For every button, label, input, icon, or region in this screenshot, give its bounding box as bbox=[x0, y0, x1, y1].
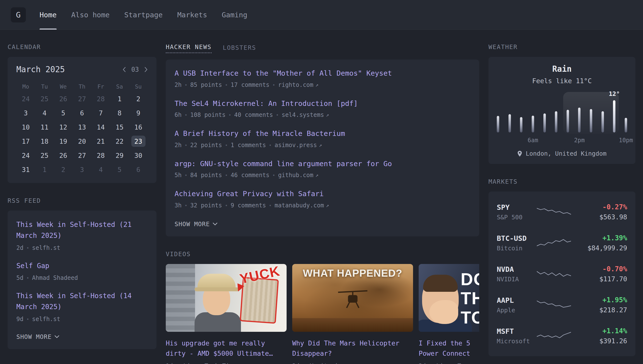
weather-location: London, United Kingdom bbox=[497, 150, 627, 157]
external-link-icon: ↗ bbox=[319, 142, 322, 148]
video-thumbnail[interactable]: DOTHTO bbox=[419, 264, 479, 332]
calendar-day: 3 bbox=[75, 164, 89, 175]
source-link[interactable]: righto.com bbox=[278, 82, 313, 88]
videos-section-title: VIDEOS bbox=[166, 250, 479, 258]
article-meta: 2h•22 points•1 comments•asimov.press↗ bbox=[175, 142, 470, 148]
news-show-more-button[interactable]: SHOW MORE bbox=[175, 220, 218, 228]
calendar-day: 24 bbox=[19, 93, 33, 104]
video-title-line: Why Did The Mars Helicopter bbox=[292, 338, 413, 348]
app-logo[interactable]: G bbox=[11, 7, 26, 22]
rss-item-title[interactable]: Self Gap bbox=[16, 262, 49, 270]
calendar-day: 29 bbox=[113, 150, 127, 161]
video-thumbnail[interactable]: YUCK bbox=[166, 264, 287, 332]
rss-item-title[interactable]: This Week in Self-Hosted (21 March 2025) bbox=[16, 220, 132, 240]
meta-text: 9 comments bbox=[231, 202, 266, 209]
dot-separator-icon: • bbox=[269, 142, 271, 148]
news-tab-hacker-news[interactable]: HACKER NEWS bbox=[166, 44, 212, 53]
news-article: The SeL4 Microkernel: An Introduction [p… bbox=[175, 98, 470, 118]
market-labels: BTC-USDBitcoin bbox=[497, 234, 537, 252]
weather-peak-temp: 12° bbox=[609, 90, 620, 97]
calendar-day: 30 bbox=[131, 150, 146, 161]
video-title-line: I Fixed the 5 bbox=[419, 338, 479, 348]
rss-show-more-button[interactable]: SHOW MORE bbox=[16, 333, 59, 340]
article-title[interactable]: argp: GNU-style command line argument pa… bbox=[175, 159, 392, 169]
news-article: argp: GNU-style command line argument pa… bbox=[175, 159, 470, 179]
nav-tab-startpage[interactable]: Startpage bbox=[124, 0, 163, 30]
weather-bar bbox=[566, 110, 569, 132]
article-title[interactable]: A Brief History of the Miracle Bacterium bbox=[175, 128, 345, 138]
calendar-day: 24 bbox=[19, 150, 33, 161]
market-values: +1.39%$84,999.29 bbox=[581, 234, 627, 252]
calendar-day: 5 bbox=[113, 164, 127, 175]
source-link[interactable]: asimov.press bbox=[275, 142, 317, 148]
hand-art bbox=[429, 300, 458, 324]
calendar-prev-button[interactable] bbox=[123, 67, 126, 72]
video-meta: 2d • Veritasium bbox=[292, 362, 413, 364]
source-link[interactable]: github.com bbox=[278, 172, 313, 178]
calendar-day: 22 bbox=[113, 136, 127, 147]
source-link[interactable]: sel4.systems bbox=[282, 112, 324, 118]
weather-bar bbox=[532, 116, 534, 132]
meta-text: 40 comments bbox=[234, 112, 273, 118]
weather-time-label: 6am bbox=[527, 137, 538, 144]
meta-text: 32 points bbox=[190, 202, 222, 209]
market-sparkline bbox=[537, 267, 571, 281]
calendar-day: 25 bbox=[37, 93, 52, 104]
meta-text: 17 comments bbox=[231, 82, 270, 88]
article-title[interactable]: The SeL4 Microkernel: An Introduction [p… bbox=[175, 98, 358, 108]
hard-hat-brim-art bbox=[195, 288, 239, 291]
video-meta: 1d • Linus Tech Tips bbox=[166, 362, 287, 364]
weather-time-label: 10pm bbox=[619, 137, 633, 144]
overlay-line: DO bbox=[461, 270, 479, 289]
nav-tab-markets[interactable]: Markets bbox=[177, 0, 207, 30]
markets-widget: SPYS&P 500-0.27%$563.98BTC-USDBitcoin+1.… bbox=[488, 192, 635, 356]
market-symbol: NVDA bbox=[497, 265, 537, 274]
meta-text: 2d bbox=[16, 244, 24, 251]
calendar-widget: March 2025 03 MoTuWeThFrSaSu 24252627281… bbox=[8, 57, 157, 183]
weather-feels-like: Feels like 11°C bbox=[497, 77, 627, 85]
video-thumbnail[interactable]: WHAT HAPPENED? bbox=[292, 264, 413, 332]
market-values: +1.14%$391.26 bbox=[581, 327, 627, 345]
dot-separator-icon: • bbox=[26, 316, 29, 322]
article-title[interactable]: Achieving Great Privacy with Safari bbox=[175, 189, 324, 199]
market-labels: SPYS&P 500 bbox=[497, 203, 537, 221]
market-sparkline bbox=[537, 205, 571, 219]
market-name: Microsoft bbox=[497, 338, 537, 345]
nav-tab-gaming[interactable]: Gaming bbox=[222, 0, 247, 30]
calendar-day: 7 bbox=[94, 107, 108, 118]
rss-item-title[interactable]: This Week in Self-Hosted (14 March 2025) bbox=[16, 292, 132, 311]
dot-separator-icon: • bbox=[225, 82, 228, 88]
market-row-nvda[interactable]: NVDANVIDIA-0.70%$117.70 bbox=[497, 258, 627, 289]
market-row-aapl[interactable]: AAPLApple+1.95%$218.27 bbox=[497, 289, 627, 320]
video-title[interactable]: I Fixed the 5Power Connect bbox=[419, 338, 479, 359]
weekday-label: We bbox=[54, 84, 73, 90]
article-meta: 6h•108 points•40 comments•sel4.systems↗ bbox=[175, 112, 470, 118]
calendar-day: 15 bbox=[113, 122, 127, 133]
market-labels: AAPLApple bbox=[497, 296, 537, 314]
rss-item: This Week in Self-Hosted (21 March 2025)… bbox=[16, 219, 148, 251]
market-row-msft[interactable]: MSFTMicrosoft+1.14%$391.26 bbox=[497, 320, 627, 351]
source-link[interactable]: matanabudy.com bbox=[275, 202, 324, 209]
calendar-next-button[interactable] bbox=[144, 67, 148, 72]
middle-column: HACKER NEWSLOBSTERS A USB Interface to t… bbox=[166, 44, 479, 364]
news-tab-lobsters[interactable]: LOBSTERS bbox=[223, 44, 256, 53]
news-article: A Brief History of the Miracle Bacterium… bbox=[175, 128, 470, 148]
market-change: +1.95% bbox=[581, 296, 627, 304]
market-row-spy[interactable]: SPYS&P 500-0.27%$563.98 bbox=[497, 196, 627, 228]
chevron-down-icon bbox=[55, 335, 59, 338]
market-row-btc-usd[interactable]: BTC-USDBitcoin+1.39%$84,999.29 bbox=[497, 228, 627, 258]
show-more-label: SHOW MORE bbox=[16, 333, 52, 340]
market-price: $391.26 bbox=[581, 337, 627, 345]
meta-text: 85 points bbox=[190, 82, 222, 88]
external-link-icon: ↗ bbox=[326, 202, 329, 208]
meta-text: 2h bbox=[175, 142, 182, 148]
video-title[interactable]: His upgrade got me reallydirty - AMD $50… bbox=[166, 338, 287, 359]
nav-tab-also-home[interactable]: Also home bbox=[71, 0, 110, 30]
market-name: S&P 500 bbox=[497, 214, 537, 221]
nav-tab-home[interactable]: Home bbox=[40, 0, 57, 30]
calendar-day: 8 bbox=[113, 107, 127, 118]
video-title[interactable]: Why Did The Mars HelicopterDisappear? bbox=[292, 338, 413, 359]
weather-widget: Rain Feels like 11°C 6am2pm10pm12° Londo… bbox=[488, 57, 635, 164]
article-title[interactable]: A USB Interface to the "Mother of All De… bbox=[175, 68, 392, 78]
market-change: +1.14% bbox=[581, 327, 627, 335]
